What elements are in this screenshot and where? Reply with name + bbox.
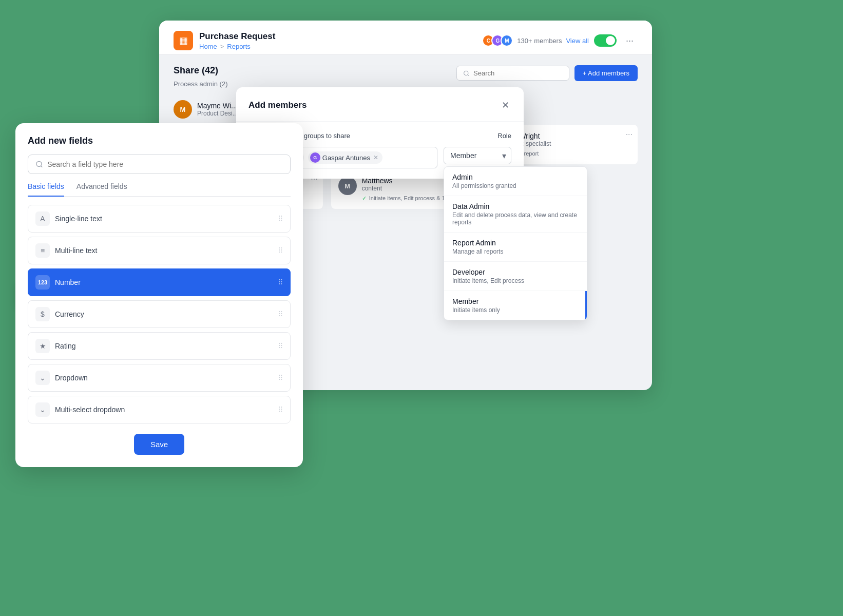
process-admin-label: Process admin (2): [174, 80, 227, 88]
tab-basic-fields[interactable]: Basic fields: [28, 182, 64, 197]
members-count: 130+ members: [517, 37, 562, 45]
role-option-admin[interactable]: Admin All permissions granted: [444, 167, 587, 196]
member-info: Mayme Wi... Product Desi...: [197, 102, 238, 117]
currency-icon: $: [35, 307, 50, 321]
add-members-button[interactable]: + Add members: [574, 65, 638, 81]
member-more-button[interactable]: ···: [626, 130, 633, 139]
drag-handle-icon[interactable]: ⠿: [278, 246, 283, 255]
drag-handle-icon[interactable]: ⠿: [278, 310, 283, 318]
rating-icon: ★: [35, 339, 50, 353]
members-info: C G M 130+ members View all: [482, 34, 589, 47]
avatar: M: [174, 100, 192, 119]
more-options-button[interactable]: ···: [622, 33, 638, 48]
app-title: Purchase Request: [199, 31, 275, 42]
panel-title: Add new fields: [28, 136, 291, 146]
field-item-dropdown[interactable]: ⌄ Dropdown ⠿: [28, 364, 291, 392]
avatar: M: [501, 34, 513, 47]
field-item-single-line[interactable]: A Single-line text ⠿: [28, 205, 291, 233]
multi-select-icon: ⌄: [35, 402, 50, 417]
save-button[interactable]: Save: [134, 434, 184, 455]
dropdown-icon: ⌄: [35, 371, 50, 385]
role-select[interactable]: Member Admin Data Admin Report Admin Dev…: [444, 147, 511, 164]
role-label: Role: [497, 132, 511, 141]
field-name: Number: [55, 278, 81, 286]
search-icon: [463, 70, 470, 77]
drag-handle-icon[interactable]: ⠿: [278, 215, 283, 223]
selected-indicator: [585, 291, 587, 320]
drag-handle-icon[interactable]: ⠿: [278, 342, 283, 350]
tab-advanced-fields[interactable]: Advanced fields: [76, 182, 127, 197]
field-name: Single-line text: [55, 215, 102, 223]
svg-point-1: [36, 161, 42, 166]
field-search[interactable]: [28, 155, 291, 174]
svg-point-0: [464, 71, 468, 75]
field-name: Dropdown: [55, 374, 88, 382]
single-line-icon: A: [35, 211, 50, 226]
search-icon: [35, 160, 43, 168]
toggle-switch[interactable]: [594, 34, 617, 47]
breadcrumb-sep: >: [220, 43, 224, 50]
field-item-currency[interactable]: $ Currency ⠿: [28, 300, 291, 328]
drag-handle-icon[interactable]: ⠿: [278, 406, 283, 414]
role-select-wrapper: Member Admin Data Admin Report Admin Dev…: [444, 147, 511, 164]
search-input[interactable]: [473, 69, 562, 77]
share-title: Share (42): [174, 65, 227, 76]
field-name: Rating: [55, 342, 75, 350]
field-tabs: Basic fields Advanced fields: [28, 182, 291, 197]
modal-title: Add members: [248, 100, 306, 110]
app-icon: ▦: [174, 31, 193, 50]
drag-handle-icon[interactable]: ⠿: [278, 374, 283, 382]
view-all-link[interactable]: View all: [566, 37, 589, 45]
field-name: Currency: [55, 310, 84, 318]
field-name: Multi-line text: [55, 246, 97, 255]
role-option-developer[interactable]: Developer Initiate items, Edit process: [444, 262, 587, 291]
avatar: M: [338, 177, 357, 195]
field-name: Multi-select dropdown: [55, 406, 125, 414]
role-option-data-admin[interactable]: Data Admin Edit and delete process data,…: [444, 196, 587, 232]
field-item-number[interactable]: 123 Number ⠿: [28, 268, 291, 296]
breadcrumb: Home > Reports: [199, 43, 275, 50]
breadcrumb-home[interactable]: Home: [199, 43, 217, 50]
tag-gaspar: G Gaspar Antunes ✕: [308, 151, 382, 164]
breadcrumb-reports[interactable]: Reports: [227, 43, 251, 50]
add-fields-panel: Add new fields Basic fields Advanced fie…: [15, 123, 303, 467]
field-item-multi-select[interactable]: ⌄ Multi-select dropdown ⠿: [28, 396, 291, 424]
multi-line-icon: ≡: [35, 243, 50, 258]
avatar: G: [310, 152, 320, 163]
modal-close-button[interactable]: ✕: [500, 98, 511, 113]
drag-handle-icon[interactable]: ⠿: [278, 278, 283, 286]
role-option-report-admin[interactable]: Report Admin Manage all reports: [444, 233, 587, 261]
number-icon: 123: [35, 275, 50, 290]
role-option-member[interactable]: Member Initiate items only: [444, 291, 587, 320]
tag-remove-button[interactable]: ✕: [373, 154, 378, 161]
field-item-rating[interactable]: ★ Rating ⠿: [28, 332, 291, 360]
card-header: ▦ Purchase Request Home > Reports C G: [159, 21, 652, 55]
modal-header: Add members ✕: [236, 87, 524, 122]
field-search-input[interactable]: [47, 160, 283, 168]
field-item-multi-line[interactable]: ≡ Multi-line text ⠿: [28, 237, 291, 264]
role-dropdown: Admin All permissions granted Data Admin…: [444, 166, 587, 320]
search-box[interactable]: [456, 66, 569, 81]
